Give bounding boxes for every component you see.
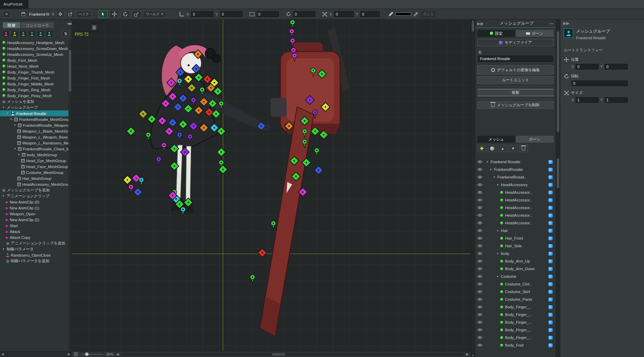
visibility-eye-icon[interactable] bbox=[477, 191, 483, 194]
tree-add-item[interactable]: ⊕メッシュグループを追加 bbox=[0, 187, 68, 193]
tree-item[interactable]: Randoseru_OpenClose bbox=[0, 252, 68, 258]
move-tool-button[interactable] bbox=[110, 10, 119, 18]
tree-section-header[interactable]: ▼制御パラメータ bbox=[0, 246, 68, 252]
modifier-link-icon[interactable] bbox=[548, 251, 553, 256]
visibility-eye-icon[interactable] bbox=[477, 336, 483, 339]
visibility-eye-icon[interactable] bbox=[477, 244, 483, 248]
tree-item[interactable]: Weapon_L_Randoseru_Mesh bbox=[0, 140, 68, 146]
pos-y-input[interactable] bbox=[220, 11, 242, 17]
canvas-hscrollbar[interactable] bbox=[122, 353, 463, 356]
canvas-vscrollbar[interactable]: ▲ ▼ bbox=[471, 19, 475, 357]
tree-section-header[interactable]: ▼アニメーションクリップ bbox=[0, 193, 68, 199]
zoom-slider[interactable] bbox=[81, 354, 103, 355]
visibility-eye-icon[interactable] bbox=[477, 175, 483, 179]
expand-arrow-icon[interactable]: ▼ bbox=[14, 124, 17, 127]
visibility-eye-icon[interactable] bbox=[477, 321, 483, 324]
tree-item[interactable]: HeadAccessory_MeshGroup bbox=[0, 181, 68, 187]
tab-bone-list[interactable]: ボーン bbox=[516, 136, 554, 143]
move-down-button[interactable]: ▼ bbox=[509, 145, 518, 152]
visibility-eye-icon[interactable] bbox=[477, 160, 483, 164]
tree-item[interactable]: Body_Finger_First_Mesh bbox=[0, 75, 68, 81]
collapse-left-panel-icon[interactable]: ◀◀ bbox=[67, 22, 71, 25]
tree-item[interactable]: HeadAccessory_Headgear_Mesh bbox=[0, 40, 68, 45]
visibility-eye-icon[interactable] bbox=[477, 183, 483, 186]
tab-mesh-list[interactable]: メッシュ bbox=[477, 136, 515, 143]
grid-toggle-icon[interactable] bbox=[74, 352, 78, 356]
tree-item[interactable]: Body_Foot_Mesh bbox=[0, 57, 68, 63]
visibility-eye-icon[interactable] bbox=[477, 229, 483, 232]
bone-marker[interactable] bbox=[129, 184, 133, 193]
tree-item[interactable]: HeadAccessory_ScrewUp_Mesh bbox=[0, 51, 68, 57]
add-mesh-button[interactable]: ✚ bbox=[477, 145, 486, 152]
expand-right-panel-icon[interactable]: ▶▶ bbox=[477, 21, 484, 26]
expand-arrow-icon[interactable]: ▼ bbox=[496, 275, 499, 278]
bone-marker[interactable] bbox=[139, 177, 144, 186]
tree-item[interactable]: Body_Finger_Thumb_Mesh bbox=[0, 69, 68, 75]
root-rotation-input[interactable] bbox=[571, 81, 628, 86]
bone-marker[interactable] bbox=[133, 188, 142, 196]
modifier-link-icon[interactable] bbox=[548, 267, 553, 271]
root-unit-button[interactable]: ルートユニット bbox=[477, 76, 554, 84]
modifier-button[interactable]: モディファイア bbox=[477, 39, 554, 46]
visible-button[interactable]: 見える bbox=[421, 11, 436, 18]
export-button[interactable] bbox=[66, 11, 74, 18]
mesh-list-row[interactable]: Costume_Pants bbox=[475, 296, 556, 303]
mesh-list-row[interactable]: ▼HeadAccessory bbox=[475, 181, 556, 189]
modifier-link-icon[interactable] bbox=[548, 236, 553, 241]
scroll-left-arrow[interactable]: ◀ bbox=[1, 352, 4, 356]
modifier-link-icon[interactable] bbox=[548, 167, 553, 172]
expand-arrow-icon[interactable]: ▼ bbox=[496, 252, 499, 255]
tree-item[interactable]: Weapon_L_Weapon_Base_Me bbox=[0, 134, 68, 140]
bone-marker[interactable] bbox=[314, 166, 323, 174]
sort-icon-button[interactable]: ⇅ bbox=[62, 31, 69, 37]
bone-marker[interactable] bbox=[123, 175, 132, 184]
tab-settings[interactable]: 設定 bbox=[477, 30, 515, 37]
hscroll-left-arrow[interactable]: ◀ bbox=[116, 352, 119, 356]
bone-marker[interactable] bbox=[290, 20, 295, 28]
tree-item[interactable]: Head_Face_MeshGroup bbox=[0, 164, 68, 169]
tree-item[interactable]: ▶Start bbox=[0, 223, 68, 229]
tree-item[interactable]: ▼body_MeshGroup bbox=[0, 152, 68, 158]
tab-controller[interactable]: コントローラ bbox=[21, 22, 54, 28]
modifier-link-icon[interactable] bbox=[548, 175, 553, 180]
tree-item[interactable]: Body_Finger_Middle_Mesh bbox=[0, 81, 68, 87]
mesh-list-row[interactable]: ▼FrankendRosalie bbox=[475, 166, 556, 173]
visibility-eye-icon[interactable] bbox=[477, 214, 483, 217]
modifier-link-icon[interactable] bbox=[548, 221, 553, 225]
expand-arrow-icon[interactable]: ▼ bbox=[17, 153, 20, 156]
visibility-eye-icon[interactable] bbox=[477, 328, 483, 332]
scale-tool-button[interactable] bbox=[132, 10, 141, 18]
mesh-list-row[interactable]: Body_Arm_Up bbox=[475, 257, 556, 265]
visibility-eye-icon[interactable] bbox=[477, 305, 483, 309]
bone-marker[interactable] bbox=[181, 207, 185, 216]
root-pos-y-input[interactable] bbox=[605, 64, 628, 69]
modifier-link-icon[interactable] bbox=[548, 335, 553, 340]
edit-default-transform-button[interactable]: デフォルトの変換を編集 bbox=[477, 65, 554, 74]
visibility-eye-icon[interactable] bbox=[477, 252, 483, 255]
tree-item[interactable]: ▶New AnimClip (2) bbox=[0, 217, 68, 223]
quick-bone-icon[interactable] bbox=[46, 31, 53, 37]
bone-marker[interactable] bbox=[218, 165, 227, 174]
tree-item[interactable]: Costume_MeshGroup bbox=[0, 169, 68, 175]
bone-marker[interactable] bbox=[289, 29, 294, 38]
mesh-list-row[interactable]: ▼Frankend Rosalie bbox=[475, 158, 556, 166]
tree-item[interactable]: HeadAccessory_ScrewDown_Mesh bbox=[0, 45, 68, 51]
mesh-list-row[interactable]: Body_Finger_... bbox=[475, 318, 556, 326]
modifier-link-icon[interactable] bbox=[548, 190, 553, 195]
bone-marker[interactable] bbox=[162, 143, 166, 151]
mesh-list-row[interactable]: HeadAccessor.. bbox=[475, 189, 556, 196]
canvas-menu-icon[interactable]: ☰ bbox=[90, 24, 98, 31]
line-color-swatch[interactable] bbox=[395, 13, 411, 16]
modifier-link-icon[interactable] bbox=[548, 282, 553, 287]
expand-arrow-icon[interactable]: ▼ bbox=[2, 106, 5, 109]
mesh-list-row[interactable]: Body_Finger_... bbox=[475, 326, 556, 334]
expand-arrow-icon[interactable]: ▼ bbox=[10, 118, 13, 121]
hscroll-right-arrow[interactable]: ▶ bbox=[466, 352, 469, 356]
mesh-list-row[interactable]: HeadAccessor.. bbox=[475, 219, 556, 227]
meshgroup-panel-scrollbar[interactable] bbox=[556, 19, 560, 357]
modifier-link-icon[interactable] bbox=[548, 244, 553, 248]
visibility-eye-icon[interactable] bbox=[477, 259, 483, 263]
mesh-list-row[interactable]: Body_Foot bbox=[475, 341, 556, 349]
bone-marker[interactable] bbox=[146, 132, 151, 141]
visibility-eye-icon[interactable] bbox=[477, 343, 483, 347]
